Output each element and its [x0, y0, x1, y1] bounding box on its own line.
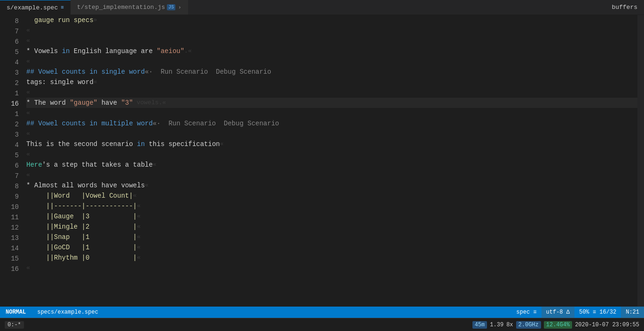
code-line: « [26, 170, 637, 180]
code-line: ## Vowel counts in single word«· Run Sce… [26, 67, 637, 77]
code-line: Here's a step that takes a table« [26, 160, 637, 170]
tab-active[interactable]: s/example.spec ≡ [0, 0, 71, 15]
terminal-left: 0:-* [5, 321, 24, 329]
pilcrow-symbol: « [153, 160, 157, 170]
pilcrow-symbol: vowels.« [133, 98, 166, 108]
line-number: 1 [0, 109, 24, 119]
line-number: 7 [0, 26, 24, 37]
pilcrow-symbol: « [137, 253, 141, 263]
line-number: 4 [0, 140, 24, 150]
status-col: N:21 [621, 307, 644, 318]
terminal-load: 1.39 [490, 322, 503, 328]
code-line: « [26, 263, 637, 273]
code-segment: ||Mingle |2 | [26, 222, 137, 232]
code-segment: * The word [26, 98, 70, 108]
pilcrow-symbol: « [94, 77, 97, 87]
pilcrow-symbol: « [137, 232, 141, 242]
status-mode: NORMAL [0, 307, 31, 318]
terminal-right: 45m 1.39 8x 2.0GHz 12.4G4% 2020-10-07 23… [472, 321, 639, 329]
code-line: « [26, 149, 637, 160]
code-segment: in [137, 139, 145, 149]
code-segment: ||Gauge |3 | [26, 211, 137, 222]
tab-inactive-icon: JS [167, 4, 175, 10]
code-line: * Almost all words have vowels« [26, 180, 637, 191]
terminal-cpu-cores: 8x [506, 322, 513, 328]
code-line: ||Rhythm |0 |« [26, 253, 637, 263]
code-segment: ||Snap |1 | [26, 232, 137, 242]
pilcrow-symbol: « [137, 222, 141, 232]
line-number: 14 [0, 243, 24, 254]
line-number: 1 [0, 88, 24, 99]
line-number: 8 [0, 181, 24, 192]
status-bar: NORMAL specs/example.spec spec ≡ utf-8 ∆… [0, 307, 644, 318]
pilcrow-symbol: « [220, 139, 224, 149]
terminal-badge: 0:-* [5, 321, 24, 329]
lines-wrapper: 876543211612345678910111213141516 gauge … [0, 15, 644, 307]
code-segment: ## Vowel counts in multiple word [26, 118, 153, 129]
code-segment: gauge run specs [26, 15, 94, 25]
tab-inactive-label: t/step_implementation.js [77, 4, 165, 11]
pilcrow-symbol: « [26, 87, 30, 98]
line-number: 2 [0, 119, 24, 130]
code-segment: Here [26, 160, 42, 170]
line-number: 3 [0, 130, 24, 140]
scrollbar[interactable] [637, 15, 644, 307]
tab-bar-right: buffers [612, 4, 644, 11]
line-number: 9 [0, 192, 24, 202]
pilcrow-symbol: » [94, 15, 97, 25]
tab-inactive[interactable]: t/step_implementation.js JS › [71, 0, 188, 15]
line-number: 11 [0, 212, 24, 223]
code-line: tags: single word« [26, 77, 637, 87]
code-segment: this specification [145, 139, 220, 149]
line-number: 2 [0, 78, 24, 88]
code-segment: ||Word |Vowel Count| [26, 191, 133, 201]
lines-area[interactable]: gauge run specs»««* Vowels in English la… [24, 15, 637, 307]
code-segment: "aeiou" [157, 46, 184, 56]
pilcrow-symbol: « [137, 242, 141, 253]
line-number: 10 [0, 202, 24, 212]
line-number: 8 [0, 16, 24, 26]
code-segment: This is the second scenario [26, 139, 137, 149]
pilcrow-symbol: « [137, 211, 141, 222]
line-number: 16 [0, 99, 24, 109]
code-line: « [26, 56, 637, 67]
line-number: 3 [0, 68, 24, 78]
line-number: 13 [0, 233, 24, 243]
terminal-datetime: 2020-10-07 23:09:55 [575, 322, 639, 328]
status-encoding: utf-8 ∆ [542, 307, 574, 318]
pilcrow-symbol: « [133, 191, 137, 201]
code-line: * Vowels in English language are "aeiou"… [26, 46, 637, 56]
code-line: « [26, 25, 637, 36]
line-number: 5 [0, 150, 24, 161]
status-left: NORMAL specs/example.spec [0, 307, 104, 318]
line-number: 15 [0, 254, 24, 264]
code-line: gauge run specs» [26, 15, 637, 25]
code-segment: ||-------|------------| [26, 201, 137, 211]
code-line: ||Word |Vowel Count|« [26, 191, 637, 201]
pilcrow-symbol: « [26, 56, 30, 67]
status-path: specs/example.spec [31, 309, 104, 316]
tab-active-icon: ≡ [61, 5, 64, 10]
pilcrow-symbol: « [145, 180, 149, 191]
code-segment: ## Vowel counts in single word [26, 67, 145, 77]
code-segment: "gauge" [70, 98, 97, 108]
code-segment: "3" [121, 98, 133, 108]
code-segment: * Vowels [26, 46, 62, 56]
terminal-mem: 45m [472, 321, 487, 329]
code-line: « [26, 36, 637, 46]
status-position: 50% ≡ 16/32 [574, 307, 621, 318]
code-segment: «· Run Scenario Debug Scenario [145, 67, 271, 77]
code-line: « [26, 129, 637, 139]
code-segment: 's a step that takes a table [42, 160, 153, 170]
status-right: spec ≡ utf-8 ∆ 50% ≡ 16/32 N:21 [511, 307, 644, 318]
code-line: ## Vowel counts in multiple word«· Run S… [26, 118, 637, 129]
code-line: * The word "gauge" have "3" vowels.« [26, 98, 637, 108]
line-number: 4 [0, 57, 24, 68]
pilcrow-symbol: « [26, 129, 30, 139]
code-line: ||GoCD |1 |« [26, 242, 637, 253]
tab-bar: s/example.spec ≡ t/step_implementation.j… [0, 0, 644, 15]
chevron-icon: › [178, 5, 181, 10]
pilcrow-symbol: « [26, 263, 30, 273]
pilcrow-symbol: « [26, 108, 30, 118]
code-segment: English language are [70, 46, 157, 56]
